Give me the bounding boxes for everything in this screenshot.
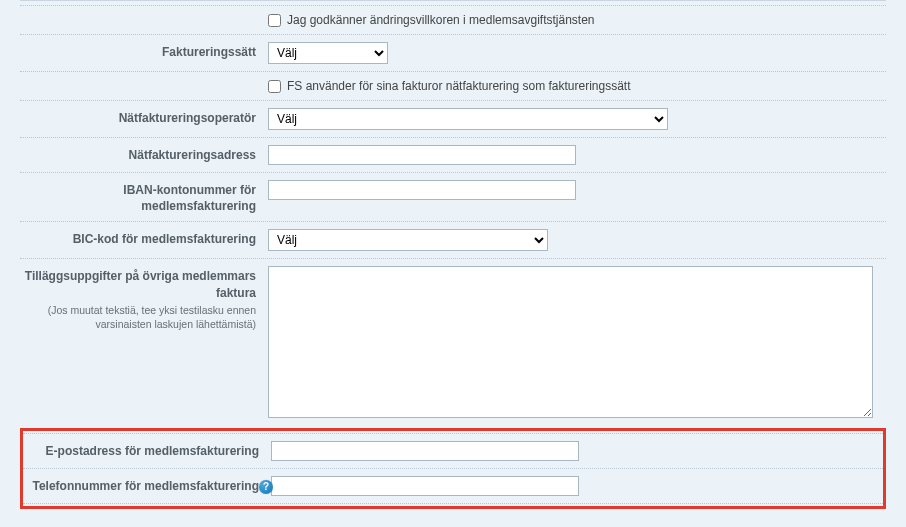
label-einvoice-address: Nätfaktureringsadress bbox=[20, 145, 268, 163]
label-bic: BIC-kod för medlemsfakturering bbox=[20, 229, 268, 247]
highlight-box: E-postadress för medlemsfakturering Tele… bbox=[20, 428, 886, 509]
invoicing-form: Jag godkänner ändringsvillkoren i medlem… bbox=[0, 0, 906, 521]
einvoice-note-checkbox[interactable] bbox=[268, 80, 281, 93]
row-extra-info: Tilläggsuppgifter på övriga medlemmars f… bbox=[20, 258, 886, 428]
invoicing-method-select[interactable]: Välj bbox=[268, 42, 388, 64]
row-iban: IBAN-kontonummer för medlemsfakturering bbox=[20, 172, 886, 221]
row-einvoice-operator: Nätfaktureringsoperatör Välj bbox=[20, 100, 886, 137]
einvoice-address-input[interactable] bbox=[268, 145, 576, 165]
einvoice-note-wrapper[interactable]: FS använder för sina fakturor nätfakture… bbox=[268, 79, 886, 93]
terms-checkbox[interactable] bbox=[268, 14, 281, 27]
einvoice-operator-select[interactable]: Välj bbox=[268, 108, 668, 130]
terms-label: Jag godkänner ändringsvillkoren i medlem… bbox=[287, 13, 595, 27]
bic-select[interactable]: Välj bbox=[268, 229, 548, 251]
phone-input[interactable] bbox=[271, 476, 579, 496]
extra-info-textarea[interactable] bbox=[268, 266, 873, 418]
iban-input[interactable] bbox=[268, 180, 576, 200]
label-extra-info-hint: (Jos muutat tekstiä, tee yksi testilasku… bbox=[20, 303, 256, 331]
row-einvoice-note: FS använder för sina fakturor nätfakture… bbox=[20, 71, 886, 100]
row-terms: Jag godkänner ändringsvillkoren i medlem… bbox=[20, 5, 886, 34]
label-extra-info: Tilläggsuppgifter på övriga medlemmars f… bbox=[20, 266, 268, 331]
row-bic: BIC-kod för medlemsfakturering Välj bbox=[20, 221, 886, 258]
row-email: E-postadress för medlemsfakturering bbox=[23, 433, 883, 468]
label-extra-info-main: Tilläggsuppgifter på övriga medlemmars f… bbox=[25, 269, 256, 299]
terms-checkbox-wrapper[interactable]: Jag godkänner ändringsvillkoren i medlem… bbox=[268, 13, 886, 27]
label-email: E-postadress för medlemsfakturering bbox=[23, 441, 271, 459]
label-einvoice-operator: Nätfaktureringsoperatör bbox=[20, 108, 268, 126]
label-iban: IBAN-kontonummer för medlemsfakturering bbox=[20, 180, 268, 214]
divider bbox=[20, 0, 886, 1]
label-invoicing-method: Faktureringssätt bbox=[20, 42, 268, 60]
label-empty bbox=[20, 13, 268, 15]
label-phone: Telefonnummer för medlemsfakturering bbox=[23, 476, 271, 494]
row-einvoice-address: Nätfaktureringsadress bbox=[20, 137, 886, 172]
email-input[interactable] bbox=[271, 441, 579, 461]
row-invoicing-method: Faktureringssätt Välj bbox=[20, 34, 886, 71]
label-empty-2 bbox=[20, 79, 268, 81]
einvoice-note-label: FS använder för sina fakturor nätfakture… bbox=[287, 79, 631, 93]
row-phone: Telefonnummer för medlemsfakturering ? bbox=[23, 468, 883, 504]
